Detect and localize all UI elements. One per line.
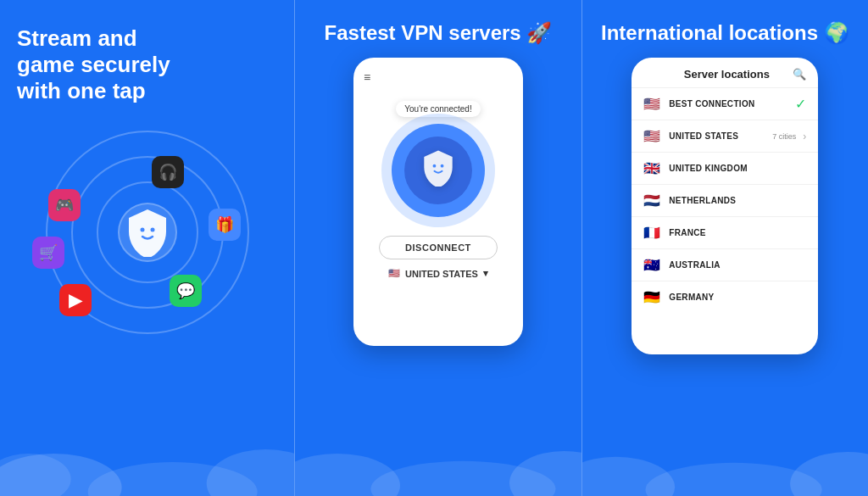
svg-point-6	[433, 164, 437, 167]
de-label: GERMANY	[669, 293, 806, 302]
server-item-nl[interactable]: 🇳🇱 NETHERLANDS	[632, 184, 818, 216]
headline-line2: game securely	[17, 52, 170, 77]
svg-point-13	[790, 452, 868, 496]
vpn-circle-outer	[392, 124, 485, 217]
left-panel: Stream and game securely with one tap 🎮 …	[0, 0, 294, 496]
server-item-de[interactable]: 🇩🇪 GERMANY	[632, 281, 818, 313]
checkmark-icon: ✓	[795, 96, 806, 112]
search-icon[interactable]: 🔍	[793, 68, 806, 81]
phone-mockup: ≡ You're connected! DISCONNECT 🇺🇸 UNITED…	[353, 58, 523, 346]
server-list-mockup: Server locations 🔍 🇺🇸 BEST CONNECTION ✓ …	[632, 58, 818, 354]
shield-animation: 🎮 🎧 🎁 💬 ▶ 🛒	[37, 114, 258, 351]
uk-label: UNITED KINGDOM	[669, 164, 806, 173]
svg-point-0	[140, 227, 144, 231]
chat-icon: 💬	[170, 275, 202, 307]
dropdown-chevron-icon: ▾	[483, 268, 488, 279]
us-cities-detail: 7 cities	[772, 132, 796, 141]
au-label: AUSTRALIA	[669, 260, 806, 270]
us-flag-icon: 🇺🇸	[388, 268, 400, 279]
middle-panel: Fastest VPN servers 🚀 ≡ You're connected…	[294, 0, 581, 496]
cart-icon: 🛒	[32, 237, 64, 269]
uk-flag-icon: 🇬🇧	[643, 160, 662, 176]
svg-point-10	[509, 451, 581, 496]
gift-icon: 🎁	[209, 209, 241, 241]
headphones-icon: 🎧	[152, 156, 184, 188]
right-headline: International locations 🌍	[601, 21, 849, 45]
best-connection-label: BEST CONNECTION	[669, 99, 788, 109]
location-label: UNITED STATES	[405, 269, 478, 279]
server-item-uk[interactable]: 🇬🇧 UNITED KINGDOM	[632, 152, 818, 184]
server-item-au[interactable]: 🇦🇺 AUSTRALIA	[632, 248, 818, 281]
middle-headline: Fastest VPN servers 🚀	[325, 21, 553, 45]
fr-label: FRANCE	[669, 228, 806, 237]
disconnect-button[interactable]: DISCONNECT	[379, 236, 498, 259]
youtube-icon: ▶	[59, 284, 92, 316]
right-panel: International locations 🌍 Server locatio…	[582, 0, 868, 496]
nl-flag-icon: 🇳🇱	[643, 192, 662, 209]
svg-point-1	[150, 227, 154, 231]
server-item-us[interactable]: 🇺🇸 UNITED STATES 7 cities ›	[632, 120, 818, 152]
game-icon: 🎮	[48, 189, 81, 221]
chevron-right-icon: ›	[803, 131, 806, 142]
server-item-fr[interactable]: 🇫🇷 FRANCE	[632, 216, 818, 248]
svg-point-7	[441, 164, 444, 167]
best-flag-icon: 🇺🇸	[643, 96, 662, 112]
location-row: 🇺🇸 UNITED STATES ▾	[388, 268, 488, 279]
server-item-best[interactable]: 🇺🇸 BEST CONNECTION ✓	[632, 87, 818, 120]
nl-label: NETHERLANDS	[669, 196, 806, 205]
us-label: UNITED STATES	[669, 131, 765, 141]
headline-line3: with one tap	[17, 78, 146, 103]
fr-flag-icon: 🇫🇷	[643, 225, 662, 241]
headline-line1: Stream and	[17, 25, 137, 51]
svg-point-4	[207, 449, 295, 496]
shield-face-icon	[421, 149, 455, 192]
server-list-header: Server locations 🔍	[632, 68, 818, 87]
hamburger-menu-icon: ≡	[364, 70, 370, 84]
server-list-title: Server locations	[660, 68, 793, 81]
connected-badge: You're connected!	[396, 101, 480, 117]
us-flag-icon: 🇺🇸	[643, 128, 662, 144]
de-flag-icon: 🇩🇪	[643, 289, 662, 305]
vpn-circle-inner	[404, 137, 472, 204]
center-shield	[122, 207, 173, 258]
left-headline: Stream and game securely with one tap	[17, 25, 277, 105]
au-flag-icon: 🇦🇺	[643, 257, 662, 273]
